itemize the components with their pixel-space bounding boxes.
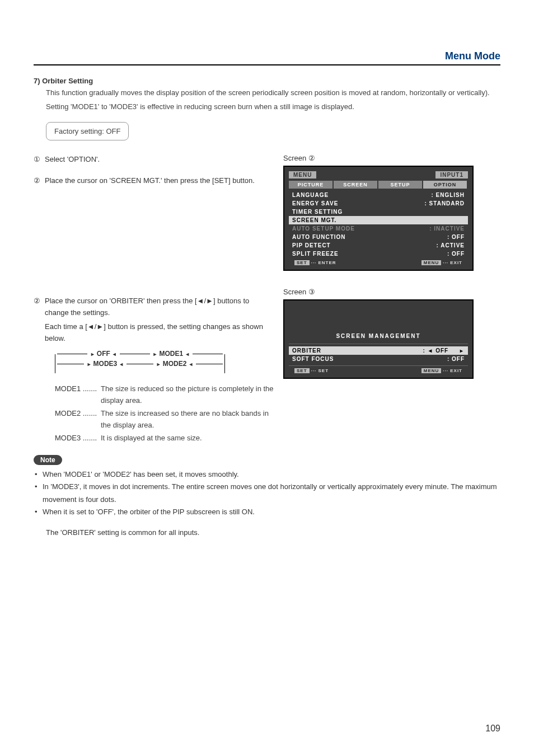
osd-tab-option[interactable]: OPTION — [423, 181, 467, 189]
closing-text: The 'ORBITER' setting is common for all … — [46, 528, 500, 537]
osd-row-screen-mgt[interactable]: SCREEN MGT. — [289, 216, 468, 224]
factory-setting-box: Factory setting: OFF — [46, 122, 129, 140]
osd-row-auto-function[interactable]: AUTO FUNCTION : OFF — [289, 233, 468, 241]
intro-paragraph-2: Setting 'MODE1' to 'MODE3' is effective … — [46, 101, 500, 113]
osd-tab-picture[interactable]: PICTURE — [289, 181, 332, 189]
page-number: 109 — [485, 724, 500, 734]
note-bullets: •When 'MODE1' or 'MODE2' has been set, i… — [35, 468, 500, 518]
osd-row-energy-save[interactable]: ENERGY SAVE : STANDARD — [289, 199, 468, 208]
osd-tabs: PICTURE SCREEN SETUP OPTION — [289, 181, 468, 189]
osd-row-timer[interactable]: TIMER SETTING — [289, 208, 468, 216]
screen-3-label: Screen ③ — [283, 288, 474, 296]
osd-3-title: SCREEN MANAGEMENT — [289, 333, 468, 339]
osd-screen-3: SCREEN MANAGEMENT ORBITER : ◄ OFF SOFT F… — [283, 299, 474, 379]
osd-input-tag: INPUT1 — [435, 171, 468, 179]
osd-footer-2: SET··· ENTER MENU··· EXIT — [289, 260, 468, 265]
header-title: Menu Mode — [445, 50, 500, 62]
note-label: Note — [34, 455, 62, 465]
left-column: ① Select 'OPTION'. ② Place the cursor on… — [34, 154, 283, 445]
right-column: Screen ② MENU INPUT1 PICTURE SCREEN SETU… — [283, 154, 474, 445]
cycle-diagram: OFF MODE1 MODE3 MODE2 — [56, 350, 224, 378]
osd-screen-2: MENU INPUT1 PICTURE SCREEN SETUP OPTION … — [283, 166, 474, 271]
page-header: Menu Mode — [34, 50, 500, 65]
osd-row-split-freeze[interactable]: SPLIT FREEZE : OFF — [289, 250, 468, 258]
osd-row-language[interactable]: LANGUAGE : ENGLISH — [289, 191, 468, 199]
osd-footer-3: SET··· SET MENU··· EXIT — [289, 368, 468, 373]
osd-row-orbiter[interactable]: ORBITER : ◄ OFF — [289, 346, 468, 355]
mode-descriptions: MODE1 ....... The size is reduced so the… — [55, 383, 274, 444]
step-2: ② Place the cursor on 'SCREEN MGT.' then… — [34, 175, 274, 187]
intro-paragraph-1: This function gradually moves the displa… — [46, 87, 500, 99]
step-3: ② Place the cursor on 'ORBITER' then pre… — [34, 295, 274, 319]
osd-row-auto-setup: AUTO SETUP MODE : INACTIVE — [289, 224, 468, 233]
osd-tab-screen[interactable]: SCREEN — [334, 181, 377, 189]
right-arrow-icon — [459, 348, 465, 354]
osd-row-soft-focus[interactable]: SOFT FOCUS : OFF — [289, 355, 468, 363]
screen-2-label: Screen ② — [283, 154, 474, 162]
step-3-sub: Each time a [◄/►] button is pressed, the… — [45, 321, 274, 345]
osd-row-pip-detect[interactable]: PIP DETECT : ACTIVE — [289, 241, 468, 250]
osd-menu-tag: MENU — [289, 171, 316, 179]
section-heading: 7) Orbiter Setting — [34, 77, 500, 85]
osd-tab-setup[interactable]: SETUP — [378, 181, 422, 189]
step-1: ① Select 'OPTION'. — [34, 154, 274, 166]
